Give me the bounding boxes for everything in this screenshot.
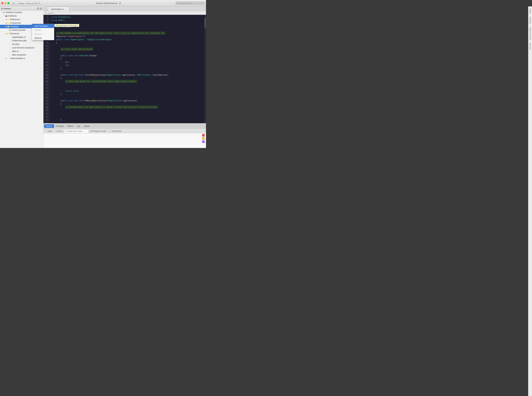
back-arrow[interactable]: ‹ bbox=[45, 9, 46, 11]
packageconsole-label: Package Console bbox=[92, 130, 106, 132]
traffic-lights bbox=[1, 2, 10, 4]
solution-root-item[interactable]: ▼ 🗂 AshDemo (master) bbox=[0, 11, 43, 14]
output-tab-packageconsole[interactable]: ▤ Package Console bbox=[89, 130, 108, 133]
sidebar-item-references[interactable]: ▶ 📁 References bbox=[0, 18, 43, 21]
maincs-label: Main.cs bbox=[12, 50, 43, 52]
packages-arrow: ▶ bbox=[5, 26, 7, 27]
separator: › bbox=[24, 2, 25, 4]
search-box[interactable]: ⌘ Press to search bbox=[176, 2, 205, 5]
context-menu-add-packages[interactable]: Add Packages... bbox=[32, 24, 54, 28]
output-icon-3[interactable] bbox=[202, 140, 205, 143]
context-menu: Add Packages... Add packages to the proj… bbox=[32, 24, 54, 40]
tab-source[interactable]: Source bbox=[44, 124, 54, 128]
sidebar-item-launchscreen[interactable]: 📄 LaunchScreen.storyboard bbox=[0, 46, 43, 50]
minimize-button[interactable] bbox=[4, 2, 6, 4]
close-output-icon[interactable]: □ ✕ bbox=[84, 130, 87, 132]
no-selection-label: No selection bbox=[45, 12, 54, 14]
editor-area[interactable]: 12345 678910 1112131415 1617181920 21222… bbox=[43, 15, 206, 123]
sidebar-item-infoplist[interactable]: 📄 Info.plist bbox=[0, 42, 43, 46]
titlebar: ▶ Debug › iPhone 6s iOS 9.3 Xamarin Stud… bbox=[0, 0, 206, 6]
appdelegate-tab[interactable]: AppDelegate.cs ✕ bbox=[48, 7, 69, 11]
nav-arrows: ‹ › bbox=[44, 9, 48, 11]
close-sidebar-icon[interactable]: ✕ bbox=[40, 7, 42, 10]
close-button[interactable] bbox=[1, 2, 3, 4]
output-tabs: ✓ Tasks ⊙ Errors ▤ Application Output □ … bbox=[43, 129, 206, 133]
context-menu-update: Update bbox=[32, 28, 54, 32]
project-item[interactable]: ▼ 📦 AshDemo bbox=[0, 14, 43, 18]
no-selection-bar: No selection bbox=[43, 11, 206, 15]
scrollbar-thumb[interactable] bbox=[205, 18, 206, 28]
output-content bbox=[43, 133, 206, 148]
sidebar-item-viewcontroller[interactable]: ▶ 📄 ViewController.cs bbox=[0, 57, 43, 60]
references-arrow: ▶ bbox=[5, 19, 7, 20]
app-name-box: Xamarin Studio Business ✕ bbox=[93, 2, 124, 5]
tasks-icon: ✓ bbox=[46, 130, 47, 132]
debug-label: Debug bbox=[19, 2, 24, 4]
maximize-button[interactable] bbox=[7, 2, 10, 4]
testresults-label: Test Results bbox=[112, 130, 121, 132]
tasks-label: Tasks bbox=[48, 130, 52, 132]
errors-icon: ⊙ bbox=[56, 130, 57, 132]
app-name: Xamarin Studio Business bbox=[96, 2, 118, 4]
content-area: ‹ › AppDelegate.cs ✕ No selection 12345 … bbox=[43, 6, 206, 148]
context-menu-tooltip: Add packages to the project bbox=[54, 24, 79, 27]
tab-blame[interactable]: Blame bbox=[66, 124, 75, 128]
search-icon: ⌘ bbox=[177, 2, 179, 4]
app-close-icon[interactable]: ✕ bbox=[119, 2, 121, 4]
packageconsole-icon: ▤ bbox=[90, 130, 92, 132]
tab-log[interactable]: Log bbox=[75, 124, 82, 128]
components-arrow: ▶ bbox=[5, 22, 7, 24]
sidebar-item-maincs[interactable]: 📄 Main.cs bbox=[0, 50, 43, 53]
errors-label: Errors bbox=[58, 130, 62, 132]
solution-arrow: ▼ bbox=[1, 12, 3, 13]
output-icon-1[interactable] bbox=[202, 134, 205, 137]
project-name-label: AshDemo bbox=[8, 15, 43, 17]
debug-info: Debug › iPhone 6s iOS 9.3 bbox=[17, 2, 41, 5]
project-arrow: ▼ bbox=[3, 15, 5, 17]
output-tab-tasks[interactable]: ✓ Tasks bbox=[44, 130, 54, 133]
output-tab-testresults[interactable]: ▷ Test Results bbox=[108, 130, 123, 133]
search-placeholder: Press to search bbox=[180, 2, 192, 4]
sidebar-header-title: Solution bbox=[4, 8, 36, 10]
solution-icon: ⊞ bbox=[1, 7, 3, 10]
viewcontroller-label: ViewController.cs bbox=[10, 57, 43, 59]
code-content[interactable]: using Foundation; using UIKit; namespace… bbox=[50, 15, 204, 123]
appoutput-icon: ▤ bbox=[66, 130, 68, 132]
sidebar-header-icons: □ ✕ bbox=[37, 7, 42, 10]
device-label: iPhone 6s iOS 9.3 bbox=[26, 2, 40, 4]
references-label: References bbox=[10, 18, 43, 21]
output-tab-appoutput[interactable]: ▤ Application Output □ ✕ bbox=[64, 129, 88, 133]
output-icon-2[interactable] bbox=[202, 137, 205, 140]
tab-filename: AppDelegate.cs bbox=[51, 8, 64, 10]
context-menu-restore: Restore bbox=[32, 32, 54, 36]
title-center: Xamarin Studio Business ✕ bbox=[43, 2, 174, 5]
solution-name-label: AshDemo (master) bbox=[6, 11, 43, 13]
output-tab-errors[interactable]: ⊙ Errors bbox=[54, 130, 64, 133]
tab-close-icon[interactable]: ✕ bbox=[65, 8, 67, 10]
forward-arrow[interactable]: › bbox=[47, 9, 48, 11]
bottom-tabs-bar: Source Changes Blame Log Merge bbox=[43, 123, 206, 129]
context-menu-refresh[interactable]: Refresh bbox=[32, 36, 54, 40]
appoutput-label: Application Output bbox=[68, 130, 83, 132]
main-layout: ⊞ Solution □ ✕ ▼ 🗂 AshDemo (master) ▼ 📦 … bbox=[0, 6, 206, 148]
output-right-icons bbox=[202, 134, 205, 143]
testresults-icon: ▷ bbox=[110, 130, 111, 132]
tab-merge[interactable]: Merge bbox=[82, 124, 91, 128]
infoplist-label: Info.plist bbox=[12, 43, 43, 45]
editor-scrollbar[interactable] bbox=[204, 15, 206, 123]
mainstoryboard-label: Main.storyboard bbox=[12, 54, 43, 56]
sidebar-header: ⊞ Solution □ ✕ bbox=[0, 6, 43, 11]
play-button[interactable]: ▶ bbox=[12, 2, 16, 5]
output-panel: ✓ Tasks ⊙ Errors ▤ Application Output □ … bbox=[43, 129, 206, 148]
tab-bar: ‹ › AppDelegate.cs ✕ bbox=[43, 6, 206, 11]
sidebar-item-mainstoryboard[interactable]: 📄 Main.storyboard bbox=[0, 53, 43, 57]
launchscreen-label: LaunchScreen.storyboard bbox=[12, 47, 43, 49]
collapse-icon[interactable]: □ bbox=[37, 7, 39, 10]
tab-changes[interactable]: Changes bbox=[54, 124, 66, 128]
